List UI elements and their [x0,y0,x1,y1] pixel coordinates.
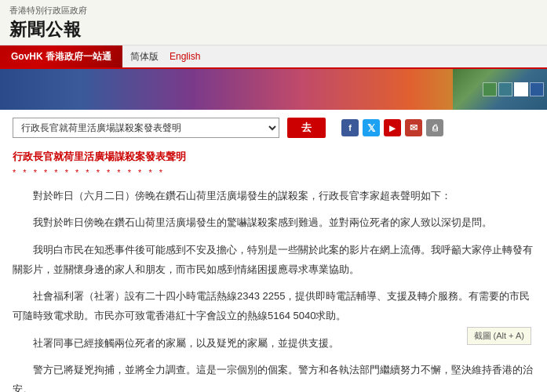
social-icons: f 𝕏 ▶ ✉ ⎙ [341,119,443,136]
print-icon[interactable]: ⎙ [426,119,443,136]
press-release-select[interactable]: 行政長官就荷里活廣場謀殺案發表聲明 [13,118,279,138]
article-para-1: 對於昨日（六月二日）傍晚在鑽石山荷里活廣場發生的謀殺案，行政長官李家超表聲明如下… [13,187,534,206]
dropdown-row: 行政長官就荷里活廣場謀殺案發表聲明 去 f 𝕏 ▶ ✉ ⎙ [13,118,534,138]
page-title: 新聞公報 [9,18,538,42]
article-para-6: 警方已將疑兇拘捕，並將全力調查。這是一宗個別的個案。警方和各執法部門繼續努力不懈… [13,361,534,392]
nav-english[interactable]: English [170,51,200,62]
nav-govhk-link[interactable]: GovHK 香港政府一站通 [0,45,122,67]
nav-links: 简体版 English [122,45,547,67]
facebook-icon[interactable]: f [341,119,359,136]
nav-bar: GovHK 香港政府一站通 简体版 English [0,45,547,69]
banner-sq-blue [530,82,544,96]
twitter-icon[interactable]: 𝕏 [363,119,380,136]
go-button[interactable]: 去 [287,118,326,138]
email-icon[interactable]: ✉ [405,119,422,136]
article-para-4: 社會福利署（社署）設有二十四小時電話熱線2343 2255，提供即時電話輔導、支… [13,287,534,325]
gov-label: 香港特別行政區政府 [9,5,538,16]
page-header: 香港特別行政區政府 新聞公報 [0,0,547,45]
banner-right-decoration [453,69,547,110]
article-para-3: 我明白市民在知悉事件後可能感到不安及擔心，特別是一些關於此案的影片在網上流傳。我… [13,241,534,279]
article-title: 行政長官就荷里活廣場謀殺案發表聲明 [13,149,534,165]
article-para-2: 我對於昨日傍晚在鑽石山荷里活廣場發生的驚嚇謀殺案感到難過。並對兩位死者的家人致以… [13,213,534,233]
banner-sq-white [514,82,528,96]
banner [0,69,547,110]
banner-squares [483,82,544,96]
article-para-5: 社署同事已經接觸兩位死者的家屬，以及疑兇的家屬，並提供支援。 [13,334,534,354]
banner-sq-teal [498,82,512,96]
main-content: 行政長官就荷里活廣場謀殺案發表聲明 去 f 𝕏 ▶ ✉ ⎙ 行政長官就荷里活廣場… [0,110,547,392]
nav-simplified[interactable]: 简体版 [130,50,159,64]
banner-sq-green [483,82,497,96]
youtube-icon[interactable]: ▶ [384,119,401,136]
divider-dots: * * * * * * * * * * * * * * * [13,168,534,177]
article-body: 對於昨日（六月二日）傍晚在鑽石山荷里活廣場發生的謀殺案，行政長官李家超表聲明如下… [13,187,534,393]
